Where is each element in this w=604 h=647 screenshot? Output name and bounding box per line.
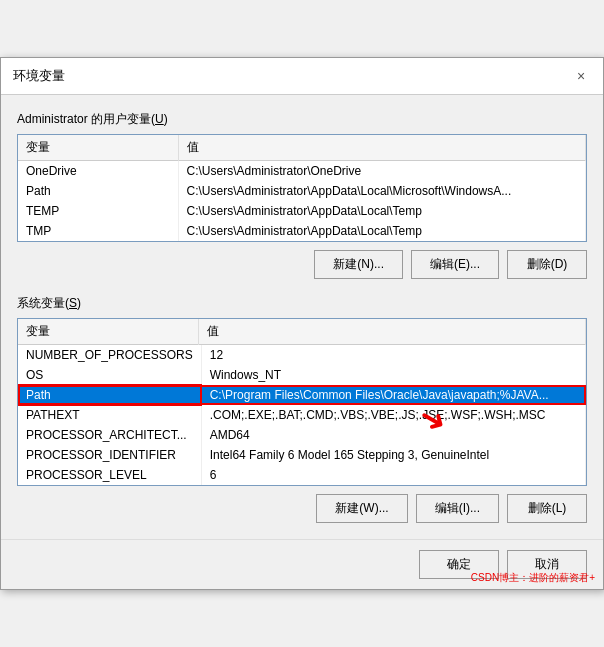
user-col-var-header: 变量 <box>18 135 178 161</box>
title-bar: 环境变量 × <box>1 58 603 95</box>
sys-row-var: OS <box>18 365 201 385</box>
sys-delete-button[interactable]: 删除(L) <box>507 494 587 523</box>
sys-new-button[interactable]: 新建(W)... <box>316 494 407 523</box>
sys-row-var: PATHEXT <box>18 405 201 425</box>
sys-row-var: Path <box>18 385 201 405</box>
user-row-val: C:\Users\Administrator\AppData\Local\Tem… <box>178 201 586 221</box>
user-row-val: C:\Users\Administrator\AppData\Local\Mic… <box>178 181 586 201</box>
sys-row-var: PROCESSOR_ARCHITECT... <box>18 425 201 445</box>
user-table-row[interactable]: TEMPC:\Users\Administrator\AppData\Local… <box>18 201 586 221</box>
sys-row-var: PROCESSOR_IDENTIFIER <box>18 445 201 465</box>
user-new-button[interactable]: 新建(N)... <box>314 250 403 279</box>
sys-table-row[interactable]: NUMBER_OF_PROCESSORS12 <box>18 345 586 365</box>
sys-row-val: AMD64 <box>201 425 585 445</box>
sys-variables-data-table: NUMBER_OF_PROCESSORS12OSWindows_NTPathC:… <box>18 345 586 485</box>
sys-table-row[interactable]: PATHEXT.COM;.EXE;.BAT;.CMD;.VBS;.VBE;.JS… <box>18 405 586 425</box>
user-table-row[interactable]: OneDriveC:\Users\Administrator\OneDrive <box>18 161 586 181</box>
user-delete-button[interactable]: 删除(D) <box>507 250 587 279</box>
sys-row-val: 12 <box>201 345 585 365</box>
sys-row-val: C:\Program Files\Common Files\Oracle\Jav… <box>201 385 585 405</box>
sys-table-row[interactable]: PROCESSOR_IDENTIFIERIntel64 Family 6 Mod… <box>18 445 586 465</box>
sys-table-row[interactable]: PathC:\Program Files\Common Files\Oracle… <box>18 385 586 405</box>
user-row-var: OneDrive <box>18 161 178 181</box>
env-variables-window: 环境变量 × Administrator 的用户变量(U) 变量 值 <box>0 57 604 590</box>
sys-section-label: 系统变量(S) <box>17 295 587 312</box>
user-table-row[interactable]: PathC:\Users\Administrator\AppData\Local… <box>18 181 586 201</box>
sys-buttons-row: 新建(W)... 编辑(I)... 删除(L) <box>17 494 587 523</box>
user-row-var: TEMP <box>18 201 178 221</box>
sys-row-var: PROCESSOR_LEVEL <box>18 465 201 485</box>
sys-variables-table-container: 变量 值 NUMBER_OF_PROCESSORS12OSWindows_NTP… <box>17 318 587 486</box>
user-variables-table-container: 变量 值 OneDriveC:\Users\Administrator\OneD… <box>17 134 587 242</box>
user-section-label: Administrator 的用户变量(U) <box>17 111 587 128</box>
user-col-val-header: 值 <box>178 135 586 161</box>
user-row-val: C:\Users\Administrator\OneDrive <box>178 161 586 181</box>
sys-table-row[interactable]: OSWindows_NT <box>18 365 586 385</box>
sys-row-var: NUMBER_OF_PROCESSORS <box>18 345 201 365</box>
bottom-buttons-row: 确定 取消 CSDN博主：进阶的薪资君+ <box>1 539 603 589</box>
user-edit-button[interactable]: 编辑(E)... <box>411 250 499 279</box>
window-content: Administrator 的用户变量(U) 变量 值 OneDriveC <box>1 95 603 539</box>
sys-table-row[interactable]: PROCESSOR_ARCHITECT...AMD64 <box>18 425 586 445</box>
sys-row-val: Windows_NT <box>201 365 585 385</box>
sys-col-var-header: 变量 <box>18 319 198 345</box>
user-variables-data-table: OneDriveC:\Users\Administrator\OneDriveP… <box>18 161 586 241</box>
sys-row-val: Intel64 Family 6 Model 165 Stepping 3, G… <box>201 445 585 465</box>
sys-col-val-header: 值 <box>198 319 586 345</box>
user-row-val: C:\Users\Administrator\AppData\Local\Tem… <box>178 221 586 241</box>
user-variables-scroll[interactable]: OneDriveC:\Users\Administrator\OneDriveP… <box>18 161 586 241</box>
sys-row-val: 6 <box>201 465 585 485</box>
user-row-var: Path <box>18 181 178 201</box>
sys-table-row[interactable]: PROCESSOR_LEVEL6 <box>18 465 586 485</box>
watermark: CSDN博主：进阶的薪资君+ <box>471 571 595 585</box>
close-button[interactable]: × <box>571 66 591 86</box>
sys-row-val: .COM;.EXE;.BAT;.CMD;.VBS;.VBE;.JS;.JSE;.… <box>201 405 585 425</box>
sys-variables-table: 变量 值 <box>18 319 586 345</box>
window-title: 环境变量 <box>13 67 65 85</box>
sys-variables-scroll[interactable]: NUMBER_OF_PROCESSORS12OSWindows_NTPathC:… <box>18 345 586 485</box>
user-row-var: TMP <box>18 221 178 241</box>
sys-section-wrapper: 变量 值 NUMBER_OF_PROCESSORS12OSWindows_NTP… <box>17 318 587 486</box>
user-variables-table: 变量 值 <box>18 135 586 161</box>
user-buttons-row: 新建(N)... 编辑(E)... 删除(D) <box>17 250 587 279</box>
sys-edit-button[interactable]: 编辑(I)... <box>416 494 499 523</box>
user-table-row[interactable]: TMPC:\Users\Administrator\AppData\Local\… <box>18 221 586 241</box>
